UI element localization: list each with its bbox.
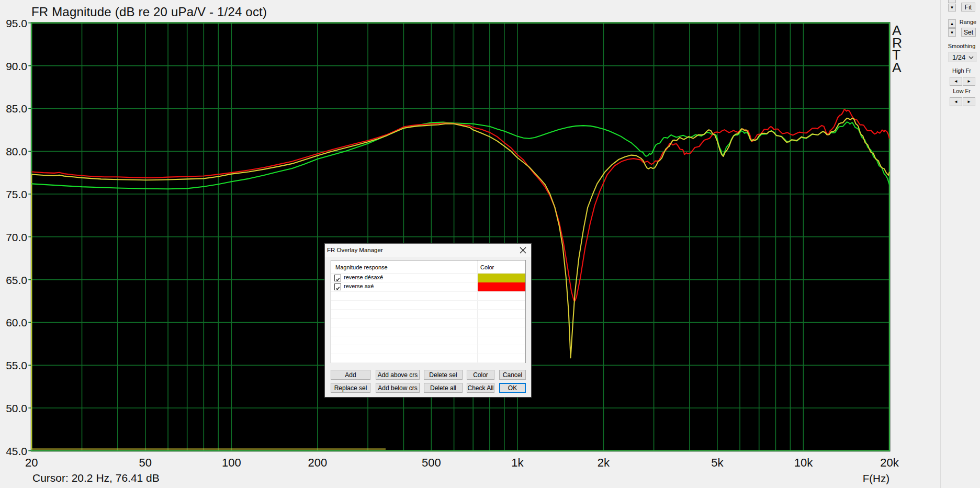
svg-text:A: A [892, 60, 902, 75]
svg-text:50.0: 50.0 [6, 402, 27, 414]
svg-text:60.0: 60.0 [6, 316, 27, 328]
svg-text:75.0: 75.0 [6, 188, 27, 200]
svg-text:F(Hz): F(Hz) [863, 472, 889, 484]
svg-text:20k: 20k [880, 456, 899, 469]
svg-text:95.0: 95.0 [6, 17, 27, 29]
svg-text:65.0: 65.0 [6, 274, 27, 286]
svg-text:50: 50 [139, 456, 152, 469]
svg-text:80.0: 80.0 [6, 145, 27, 157]
svg-text:500: 500 [422, 456, 441, 469]
svg-text:70.0: 70.0 [6, 231, 27, 243]
svg-text:45.0: 45.0 [6, 445, 27, 457]
svg-text:2k: 2k [598, 456, 610, 469]
svg-text:10k: 10k [794, 456, 813, 469]
svg-text:1k: 1k [511, 456, 524, 469]
svg-text:20: 20 [25, 456, 38, 469]
svg-text:90.0: 90.0 [6, 60, 27, 72]
svg-text:100: 100 [222, 456, 241, 469]
svg-text:Cursor: 20.2 Hz, 76.41 dB: Cursor: 20.2 Hz, 76.41 dB [32, 472, 160, 484]
svg-text:200: 200 [308, 456, 327, 469]
svg-text:85.0: 85.0 [6, 103, 27, 115]
svg-text:FR Magnitude (dB re 20 uPa/V -: FR Magnitude (dB re 20 uPa/V - 1/24 oct) [31, 5, 267, 19]
svg-text:5k: 5k [711, 456, 724, 469]
svg-text:55.0: 55.0 [6, 359, 27, 371]
